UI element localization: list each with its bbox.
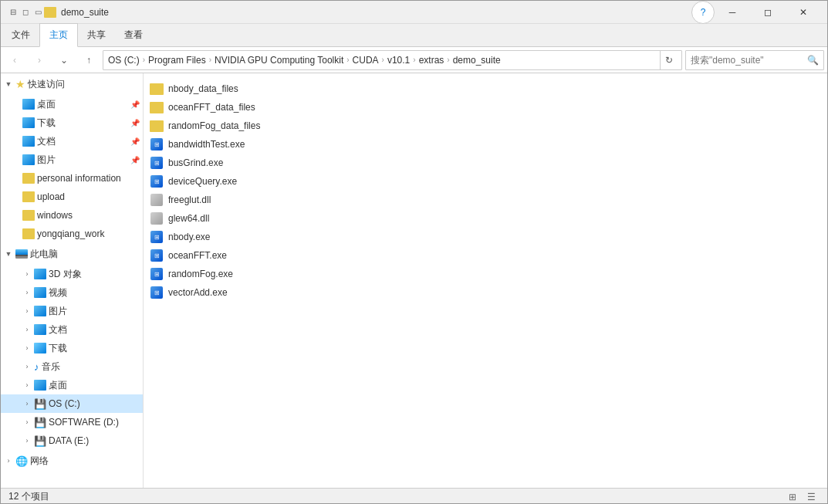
expand-arrow: ›: [22, 307, 32, 315]
search-icon[interactable]: 🔍: [807, 55, 819, 66]
file-name: busGrind.exe: [168, 157, 223, 168]
sidebar-item-software-d[interactable]: › 💾 SOFTWARE (D:): [1, 413, 143, 431]
file-item-oceanfft[interactable]: ⊞ oceanFFT.exe: [144, 246, 827, 265]
drive-icon: 💾: [34, 398, 46, 410]
sidebar-item-yongqiang[interactable]: yongqiang_work: [1, 225, 143, 243]
address-input[interactable]: OS (C:) › Program Files › NVIDIA GPU Com…: [103, 50, 682, 70]
exe-icon: ⊞: [150, 249, 164, 262]
sidebar-item-video[interactable]: › 视频: [1, 283, 143, 302]
sidebar-item-desktop[interactable]: 桌面 📌: [1, 95, 143, 113]
folder-icon: [34, 269, 46, 279]
sidebar-item-music[interactable]: › ♪ 音乐: [1, 357, 143, 376]
ribbon-tab-home[interactable]: 主页: [39, 23, 78, 47]
exe-icon: ⊞: [150, 267, 164, 281]
search-box[interactable]: 🔍: [685, 50, 824, 70]
content-area: nbody_data_files oceanFFT_data_files ran…: [144, 73, 827, 488]
sidebar: ▼ ★ 快速访问 桌面 📌 下载 📌 文档 📌 图片: [1, 73, 144, 488]
folder-icon: [150, 83, 164, 95]
folder-icon: [22, 117, 35, 128]
file-item-fog-folder[interactable]: randomFog_data_files: [144, 117, 827, 135]
sidebar-item-windows[interactable]: windows: [1, 206, 143, 225]
close-button[interactable]: ✕: [786, 1, 821, 24]
ribbon-tab-share[interactable]: 共享: [78, 24, 115, 46]
path-segment-3: NVIDIA GPU Computing Toolkit: [215, 55, 343, 66]
file-item-devicequery[interactable]: ⊞ deviceQuery.exe: [144, 172, 827, 191]
file-item-randomfog[interactable]: ⊞ randomFog.exe: [144, 265, 827, 283]
forward-button[interactable]: ›: [29, 50, 50, 70]
music-icon: ♪: [34, 361, 39, 373]
sidebar-label: 3D 对象: [49, 268, 82, 281]
title-icon3: ▭: [32, 6, 44, 19]
exe-icon: ⊞: [150, 286, 164, 299]
sidebar-label: 桌面: [49, 379, 67, 392]
sidebar-item-3d[interactable]: › 3D 对象: [1, 265, 143, 283]
up-button[interactable]: ↑: [78, 50, 100, 70]
file-item-glew64[interactable]: glew64.dll: [144, 209, 827, 228]
file-item-bandwidth[interactable]: ⊞ bandwidthTest.exe: [144, 135, 827, 154]
window-title: demo_suite: [61, 7, 688, 18]
ribbon-tab-file[interactable]: 文件: [2, 24, 39, 46]
list-view-button[interactable]: ☰: [803, 490, 820, 504]
sidebar-item-pics[interactable]: › 图片: [1, 302, 143, 320]
file-name: deviceQuery.exe: [168, 176, 237, 187]
folder-icon: [22, 99, 35, 110]
maximize-button[interactable]: ◻: [750, 1, 786, 24]
sidebar-item-pictures[interactable]: 图片 📌: [1, 151, 143, 169]
file-item-busgrind[interactable]: ⊞ busGrind.exe: [144, 154, 827, 172]
sidebar-item-docs[interactable]: 文档 📌: [1, 132, 143, 151]
dll-icon: [150, 211, 164, 225]
minimize-button[interactable]: ─: [715, 1, 750, 24]
path-segment-7: demo_suite: [453, 55, 501, 66]
help-button[interactable]: ?: [691, 1, 715, 24]
exe-icon: ⊞: [150, 230, 164, 244]
folder-icon: [22, 210, 35, 221]
quick-access-header[interactable]: ▼ ★ 快速访问: [1, 73, 143, 95]
folder-icon: [22, 154, 35, 165]
this-pc-header[interactable]: ▼ 此电脑: [1, 243, 143, 265]
item-count: 12 个项目: [8, 490, 49, 503]
file-name: randomFog.exe: [168, 269, 233, 279]
search-input[interactable]: [691, 55, 807, 66]
expand-arrow: ›: [22, 289, 32, 296]
ribbon: 文件 主页 共享 查看: [1, 24, 827, 47]
refresh-button[interactable]: ↻: [660, 50, 677, 70]
expand-arrow: ›: [22, 270, 32, 278]
back-button[interactable]: ‹: [4, 50, 25, 70]
expand-arrow: ›: [22, 381, 32, 389]
sidebar-label: yongqiang_work: [37, 228, 104, 239]
ribbon-tab-view[interactable]: 查看: [115, 24, 152, 46]
folder-icon: [22, 228, 35, 239]
network-label: 网络: [30, 455, 49, 468]
sidebar-item-documents[interactable]: › 文档: [1, 320, 143, 339]
sidebar-item-data-e[interactable]: › 💾 DATA (E:): [1, 431, 143, 450]
file-item-ocean-folder[interactable]: oceanFFT_data_files: [144, 98, 827, 117]
file-name: nbody.exe: [168, 232, 211, 242]
quick-access-section: ▼ ★ 快速访问 桌面 📌 下载 📌 文档 📌 图片: [1, 73, 143, 243]
this-pc-section: ▼ 此电脑 › 3D 对象 › 视频 › 图片 › 文: [1, 243, 143, 450]
file-name: vectorAdd.exe: [168, 287, 228, 298]
expand-arrow: ›: [22, 363, 32, 370]
sidebar-item-os-c[interactable]: › 💾 OS (C:): [1, 394, 143, 413]
pin-icon: 📌: [130, 156, 140, 164]
sidebar-item-dl[interactable]: › 下载: [1, 339, 143, 357]
file-item-nbody[interactable]: ⊞ nbody.exe: [144, 228, 827, 246]
network-header[interactable]: › 🌐 网络: [1, 450, 143, 472]
sidebar-item-dsk[interactable]: › 桌面: [1, 376, 143, 394]
file-item-vectoradd[interactable]: ⊞ vectorAdd.exe: [144, 283, 827, 302]
recent-button[interactable]: ⌄: [53, 50, 75, 70]
path-segment-2: Program Files: [148, 55, 206, 66]
sidebar-label: SOFTWARE (D:): [49, 417, 119, 428]
sidebar-item-downloads[interactable]: 下载 📌: [1, 113, 143, 132]
pc-label: 此电脑: [30, 248, 58, 261]
file-item-freeglut[interactable]: freeglut.dll: [144, 191, 827, 209]
exe-icon: ⊞: [150, 156, 164, 170]
pin-icon: 📌: [130, 137, 140, 146]
grid-view-button[interactable]: ⊞: [784, 490, 801, 504]
pin-icon: 📌: [130, 119, 140, 127]
pin-icon: 📌: [130, 100, 140, 109]
file-item-nbody-folder[interactable]: nbody_data_files: [144, 79, 827, 98]
folder-icon: [34, 343, 46, 353]
sidebar-label: OS (C:): [49, 398, 80, 409]
sidebar-item-upload[interactable]: upload: [1, 188, 143, 206]
sidebar-item-personal[interactable]: personal information: [1, 169, 143, 188]
